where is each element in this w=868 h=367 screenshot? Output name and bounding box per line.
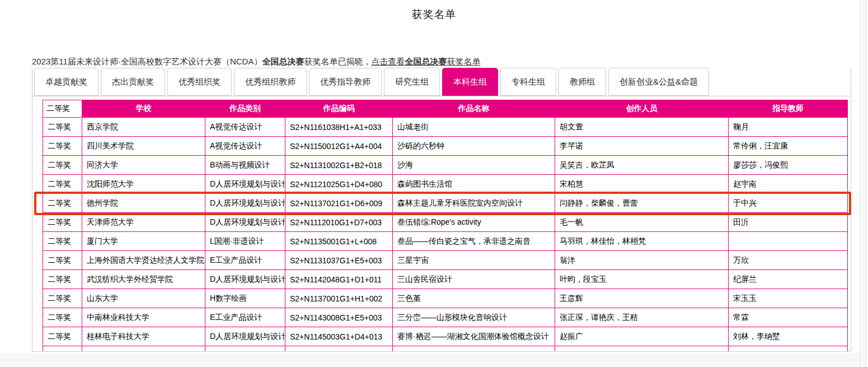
table-cell: 马羽琪，林佳怡，林栩梵 [555, 232, 729, 251]
header-work-code: 作品编码 [285, 100, 393, 118]
table-cell: S2+N1150012G1+A4+004 [285, 137, 393, 156]
table-cell: 于中兴 [729, 194, 848, 213]
table-cell: 宋柏慧 [555, 175, 729, 194]
table-cell: E工业产品设计 [205, 251, 285, 270]
table-cell: A视觉传达设计 [205, 118, 285, 137]
table-cell: 二等奖 [43, 232, 82, 251]
link-finals-bold: 全国总决赛 [405, 57, 447, 66]
tabs-container: 卓越贡献奖 杰出贡献奖 优秀组织奖 优秀组织教师 优秀指导教师 研究生组 本科生… [32, 68, 851, 352]
table-cell [205, 346, 285, 352]
table-cell: 叁伍错综:Rope's activity [393, 213, 555, 232]
tab-undergraduate-group[interactable]: 本科生组 [442, 68, 498, 96]
table-cell: 三色堇 [393, 289, 555, 308]
table-cell: 二等奖 [43, 137, 82, 156]
table-cell: 四川美术学院 [82, 137, 205, 156]
table-cell: 森屿图书生活馆 [393, 175, 555, 194]
tab-junior-college-group[interactable]: 专科生组 [500, 68, 556, 96]
table-cell [555, 346, 729, 352]
table-cell: S2+N1143008G1+E5+003 [285, 308, 393, 327]
table-cell: 二等奖 [43, 289, 82, 308]
awards-table: 二等奖 学校 作品类别 作品编码 作品名称 创作人员 指导教师 二等奖西京学院A… [43, 100, 848, 351]
header-award-level: 二等奖 [43, 100, 82, 118]
table-cell: 宋玉玉 [729, 289, 848, 308]
table-cell: 鞠月 [729, 118, 848, 137]
table-cell: 武汉纺织大学外经贸学院 [82, 270, 205, 289]
table-cell: 二等奖 [43, 251, 82, 270]
header-advisors: 指导教师 [729, 100, 848, 118]
table-cell: 胡文萱 [555, 118, 729, 137]
table-cell: 刘林，李纳墅 [729, 327, 848, 346]
table-cell [729, 232, 848, 251]
table-cell: 纪屏兰 [729, 270, 848, 289]
tab-teacher-group[interactable]: 教师组 [559, 68, 606, 96]
intro-text: 2023第11届未来设计师·全国高校数字艺术设计大赛（NCDA）全国总决赛获奖名… [32, 56, 480, 67]
table-cell: 三分峦——山形模块化音响设计 [393, 308, 555, 327]
tab-outstanding-contribution-award[interactable]: 杰出贡献奖 [101, 68, 165, 96]
table-cell: L国潮·非遗设计 [205, 232, 285, 251]
table-cell: S2+N1121025G1+D4+080 [285, 175, 393, 194]
table-cell: 毛一帆 [555, 213, 729, 232]
table-cell: 叶昀，段宝玉 [555, 270, 729, 289]
table-cell: 常伶俐，汪宜康 [729, 137, 848, 156]
table-row: 二等奖四川美术学院A视觉传达设计S2+N1150012G1+A4+004沙砾的六… [43, 137, 848, 156]
table-row: 二等奖西京学院A视觉传达设计S2+N1161038H1+A1+033山城老街胡文… [43, 118, 848, 137]
table-cell: 叁品——传白瓷之宝气，承非遗之南音 [393, 232, 555, 251]
scrollbar[interactable] [860, 0, 866, 367]
table-row: 二等奖武汉纺织大学外经贸学院D人居环境规划与设计S2+N1142048G1+D1… [43, 270, 848, 289]
table-cell [43, 346, 82, 352]
table-cell [393, 346, 555, 352]
view-finals-link[interactable]: 点击查看全国总决赛获奖名单 [371, 57, 480, 66]
header-creators: 创作人员 [555, 100, 729, 118]
table-cell: 二等奖 [43, 156, 82, 175]
table-cell: S2+N1131037G1+E5+003 [285, 251, 393, 270]
table-row: 二等奖上海外国语大学贤达经济人文学院E工业产品设计S2+N1131037G1+E… [43, 251, 848, 270]
link-part1: 点击查看 [371, 57, 405, 66]
table-cell: 二等奖 [43, 327, 82, 346]
table-cell: 李芊诺 [555, 137, 729, 156]
table-cell: S2+N1137021G1+D6+009 [285, 194, 393, 213]
table-cell: D人居环境规划与设计 [205, 270, 285, 289]
table-cell: 沈阳师范大学 [82, 175, 205, 194]
table-cell: S2+N1131002G1+B2+018 [285, 156, 393, 175]
header-school: 学校 [82, 100, 205, 118]
tab-excellent-guidance-teacher[interactable]: 优秀指导教师 [309, 68, 382, 96]
table-row: 二等奖沈阳师范大学D人居环境规划与设计S2+N1121025G1+D4+080森… [43, 175, 848, 194]
table-row: 二等奖桂林电子科技大学D人居环境规划与设计S2+N1145003G1+D4+01… [43, 327, 848, 346]
table-cell: 田沂 [729, 213, 848, 232]
tab-innovation-entrepreneurship[interactable]: 创新创业&公益&命题 [608, 68, 709, 96]
table-row: 二等奖中南林业科技大学E工业产品设计S2+N1143008G1+E5+003三分… [43, 308, 848, 327]
tab-excellent-contribution-award[interactable]: 卓越贡献奖 [34, 68, 98, 96]
table-cell: 二等奖 [43, 194, 82, 213]
table-cell: E工业产品设计 [205, 308, 285, 327]
link-part3: 获奖名单 [447, 57, 480, 66]
table-header-row: 二等奖 学校 作品类别 作品编码 作品名称 创作人员 指导教师 [43, 100, 848, 118]
page-bottom-strip [0, 353, 860, 367]
table-cell: 桂林电子科技大学 [82, 327, 205, 346]
table-cell: H数字绘画 [205, 289, 285, 308]
table-cell: D人居环境规划与设计 [205, 327, 285, 346]
tab-strip: 卓越贡献奖 杰出贡献奖 优秀组织奖 优秀组织教师 优秀指导教师 研究生组 本科生… [32, 68, 851, 96]
table-cell: 赵振广 [555, 327, 729, 346]
table-cell: S2+N1135001G1+L+008 [285, 232, 393, 251]
table-row: 二等奖德州学院D人居环境规划与设计S2+N1137021G1+D6+009森林主… [43, 194, 848, 213]
table-cell [729, 346, 848, 352]
table-cell: 天津师范大学 [82, 213, 205, 232]
table-row: 二等奖山东大学H数字绘画S2+N1137001G1+H1+002三色堇王彦辉宋玉… [43, 289, 848, 308]
table-cell: 厦门大学 [82, 232, 205, 251]
table-cell: 上海外国语大学贤达经济人文学院 [82, 251, 205, 270]
tab-excellent-organization-teacher[interactable]: 优秀组织教师 [234, 68, 307, 96]
table-cell: 中南林业科技大学 [82, 308, 205, 327]
table-cell: 二等奖 [43, 270, 82, 289]
table-cell: D人居环境规划与设计 [205, 175, 285, 194]
table-cell: D人居环境规划与设计 [205, 194, 285, 213]
table-cell [82, 346, 205, 352]
header-work-name: 作品名称 [393, 100, 555, 118]
table-cell: 山东大学 [82, 289, 205, 308]
table-cell: 赵宇南 [729, 175, 848, 194]
tab-graduate-group[interactable]: 研究生组 [384, 68, 440, 96]
tab-excellent-organization-award[interactable]: 优秀组织奖 [167, 68, 232, 96]
table-cell: D人居环境规划与设计 [205, 213, 285, 232]
tab-panel: 二等奖 学校 作品类别 作品编码 作品名称 创作人员 指导教师 二等奖西京学院A… [32, 96, 851, 351]
table-cell: B动画与视频设计 [205, 156, 285, 175]
header-category: 作品类别 [205, 100, 285, 118]
